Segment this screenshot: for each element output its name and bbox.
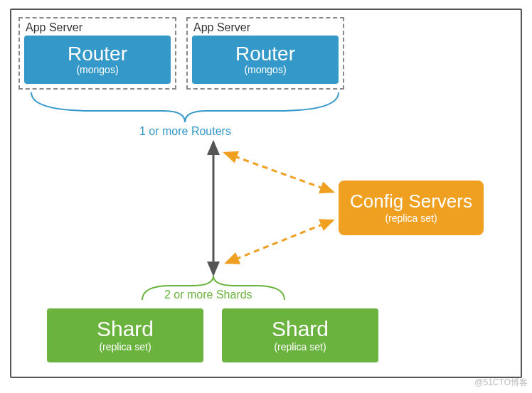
router-subtitle: (mongos) xyxy=(192,64,339,75)
shard-box-2: Shard (replica set) xyxy=(222,308,378,362)
app-server-label: App Server xyxy=(192,21,339,36)
config-title: Config Servers xyxy=(350,190,472,212)
shard-box-1: Shard (replica set) xyxy=(47,308,203,362)
shard-title: Shard xyxy=(222,317,378,341)
shard-subtitle: (replica set) xyxy=(47,341,203,352)
router-subtitle: (mongos) xyxy=(24,64,171,75)
app-server-box-2: App Server Router (mongos) xyxy=(186,17,344,90)
router-title: Router xyxy=(192,43,339,65)
config-subtitle: (replica set) xyxy=(350,212,472,224)
config-servers-box: Config Servers (replica set) xyxy=(339,181,484,235)
diagram-frame: App Server Router (mongos) App Server Ro… xyxy=(10,9,522,378)
router-box-1: Router (mongos) xyxy=(24,36,171,84)
watermark: @51CTO博客 xyxy=(474,377,528,389)
router-box-2: Router (mongos) xyxy=(192,36,339,84)
router-title: Router xyxy=(24,43,171,65)
shard-subtitle: (replica set) xyxy=(222,341,378,352)
app-server-label: App Server xyxy=(24,21,171,36)
shards-brace-label: 2 or more Shards xyxy=(164,289,252,301)
routers-brace-label: 1 or more Routers xyxy=(139,125,231,138)
shard-title: Shard xyxy=(47,317,203,341)
app-server-box-1: App Server Router (mongos) xyxy=(18,17,176,90)
